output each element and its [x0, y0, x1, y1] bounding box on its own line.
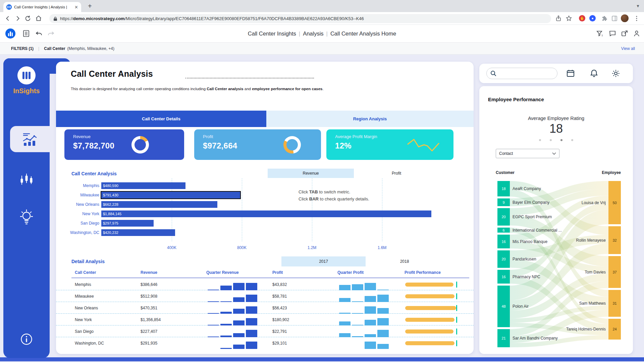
notifications-bell-icon[interactable] [589, 69, 599, 78]
col-quarter-revenue[interactable]: Quarter Revenue [206, 270, 272, 275]
bar-value-label: $420,232 [101, 231, 118, 235]
table-row[interactable]: Milwaukee$512,908$58,781 [56, 290, 474, 302]
sidebar-item-insights[interactable] [3, 208, 50, 226]
browser-menu-icon[interactable] [633, 15, 640, 22]
new-tab-button[interactable]: + [88, 3, 92, 9]
revenue-bar[interactable]: $297,975 [101, 220, 154, 227]
quarter-bar [246, 283, 257, 290]
revenue-donut-icon [131, 136, 149, 154]
table-row[interactable]: Memphis$386,646$43,832 [56, 279, 474, 290]
browser-tab[interactable]: Call Center Insights | Analysis | ✕ [3, 2, 81, 12]
back-icon[interactable] [4, 15, 11, 22]
reading-list-icon[interactable] [611, 15, 618, 22]
employee-label: Louisa de Vrij [582, 200, 606, 205]
revenue-bar[interactable]: $791,430 [101, 192, 240, 198]
revenue-bar[interactable]: $480,590 [101, 182, 185, 189]
col-quarter-profit[interactable]: Quarter Profit [337, 270, 405, 275]
profile-avatar[interactable] [621, 14, 628, 21]
tab-region-analysis[interactable]: Region Analysis [266, 111, 474, 127]
right-toolbar-card [479, 64, 633, 83]
tab-close-icon[interactable]: ✕ [74, 5, 78, 10]
lightbulb-icon [19, 208, 34, 226]
kpi-card-profit-margin[interactable]: Average Profit Margin 12% [326, 129, 453, 160]
col-call-center[interactable]: Call Center [75, 270, 141, 275]
reload-icon[interactable] [24, 15, 32, 22]
settings-gear-icon[interactable] [611, 69, 621, 78]
year-tab-2017[interactable]: 2017 [281, 256, 366, 266]
quarter-profit-chart [339, 306, 389, 314]
employee-label: Tareiq Holmes-Dennis [566, 327, 606, 331]
col-revenue[interactable]: Revenue [141, 270, 206, 275]
view-all-link[interactable]: View all [621, 46, 635, 51]
kpi-card-revenue[interactable]: Revenue $7,782,700 [64, 129, 184, 160]
quarter-bar [233, 320, 245, 325]
col-profit[interactable]: Profit [272, 270, 337, 275]
extensions-puzzle-icon[interactable] [601, 15, 608, 22]
share-page-icon[interactable] [555, 15, 562, 22]
cell-quarter-revenue [206, 290, 272, 302]
tab-search-chevron-icon[interactable]: ▼ [636, 4, 640, 8]
lock-icon [53, 16, 57, 21]
table-row[interactable]: New York$1,356,854$180,902 [56, 314, 474, 325]
sankey-chart: 18AeaR Company9Bayer Elm Company20EGPC S… [479, 86, 633, 354]
search-input[interactable] [486, 68, 557, 79]
page-tabs: Call Center Details Region Analysis [56, 111, 474, 127]
employee-node[interactable]: 37 [608, 256, 621, 288]
customer-node[interactable]: 20 [497, 208, 510, 226]
home-icon[interactable] [35, 15, 42, 22]
table-row[interactable]: New Orleans$470,351$56,423 [56, 302, 474, 314]
sidebar-info-button[interactable] [3, 333, 50, 346]
extension-adblock-icon[interactable]: ✋ [579, 15, 586, 22]
customer-node[interactable]: 16 [497, 235, 510, 248]
cell-quarter-profit [337, 325, 405, 337]
axis-tick: 1.6M [372, 245, 392, 250]
filters-label[interactable]: FILTERS (1) [11, 46, 34, 51]
table-row[interactable]: San Diego$227,407$22,791 [56, 325, 474, 337]
filter-name[interactable]: Call Center [44, 46, 65, 51]
revenue-bar[interactable]: $420,232 [101, 229, 175, 236]
sidebar-item-call-center-active[interactable] [10, 126, 50, 152]
insights-logo[interactable] [17, 66, 36, 84]
year-tab-2018[interactable]: 2018 [388, 256, 421, 266]
col-profit-performance[interactable]: Profit Performance [405, 270, 474, 275]
cell-quarter-profit [337, 314, 405, 325]
bookmark-star-icon[interactable] [566, 15, 572, 22]
revenue-bar[interactable]: $1,884,145 [101, 210, 431, 217]
customer-node[interactable]: 16 [497, 270, 510, 284]
forward-icon[interactable] [14, 15, 21, 22]
customer-node[interactable]: 9 [497, 198, 510, 206]
revenue-bar[interactable]: $662,228 [101, 201, 217, 208]
tab-call-center-details[interactable]: Call Center Details [56, 111, 266, 127]
kpi-label: Profit [203, 134, 321, 139]
customer-node[interactable]: 18 [497, 181, 510, 196]
customer-label: Bayer Elm Company [513, 200, 549, 205]
cell-call-center: New Orleans [75, 302, 141, 314]
cell-quarter-revenue [206, 302, 272, 314]
metric-tab-revenue[interactable]: Revenue [268, 169, 354, 178]
browser-url-bar: https://demo.microstrategy.com/MicroStra… [0, 12, 644, 25]
kpi-card-profit[interactable]: Profit $972,664 [194, 129, 321, 160]
calendar-icon[interactable] [566, 69, 575, 78]
bar-value-label: $662,228 [101, 202, 118, 206]
customer-node[interactable]: 6 [497, 228, 510, 233]
customer-node[interactable]: 20 [497, 250, 510, 268]
customer-node[interactable]: 48 [497, 286, 510, 327]
extension-blue-icon[interactable]: ● [589, 15, 596, 22]
employee-node[interactable]: 32 [608, 226, 621, 254]
performance-fill [405, 329, 453, 334]
address-bar[interactable]: https://demo.microstrategy.com/MicroStra… [49, 14, 551, 23]
comments-icon[interactable] [608, 29, 616, 38]
table-row[interactable]: Washington, DC$291,935$29,101 [56, 337, 474, 349]
share-icon[interactable] [621, 29, 629, 38]
account-icon[interactable] [633, 29, 641, 38]
sidebar-item-stock-analysis[interactable] [3, 172, 50, 188]
metric-tab-profit[interactable]: Profit [366, 169, 427, 178]
employee-node[interactable]: 50 [608, 181, 621, 224]
cell-revenue: $386,646 [141, 279, 206, 290]
quarter-bar [377, 344, 389, 349]
employee-node[interactable]: 24 [608, 319, 621, 340]
employee-node[interactable]: 31 [608, 290, 621, 317]
customer-node[interactable]: 21 [497, 329, 510, 347]
performance-target-tick [456, 293, 457, 299]
filter-panel-icon[interactable]: 1 [596, 29, 604, 38]
